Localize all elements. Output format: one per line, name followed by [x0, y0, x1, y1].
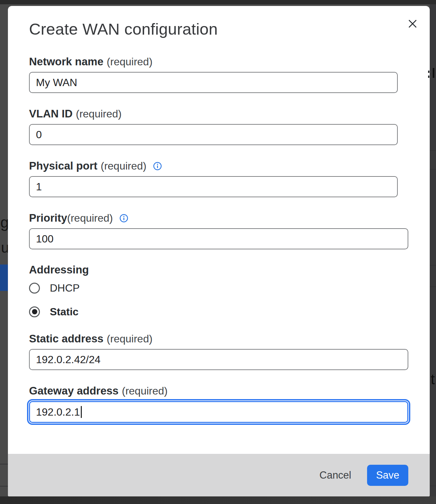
addressing-option-dhcp-label: DHCP — [50, 282, 80, 294]
addressing-option-static[interactable]: Static — [29, 305, 408, 318]
vlan-id-input[interactable] — [29, 124, 398, 145]
background-text-fragment: t — [431, 372, 435, 387]
network-name-input[interactable] — [29, 72, 398, 93]
save-button[interactable]: Save — [367, 465, 408, 486]
physical-port-input[interactable] — [29, 176, 398, 197]
background-button-fragment — [0, 265, 8, 291]
background-row-divider — [430, 486, 436, 486]
priority-field: Priority (required) — [29, 212, 408, 249]
priority-label: Priority — [29, 212, 67, 224]
background-text-fragment — [428, 71, 429, 73]
background-row-divider — [0, 486, 8, 487]
close-button[interactable] — [405, 16, 420, 31]
info-icon[interactable] — [119, 214, 128, 223]
background-row-divider — [430, 265, 436, 266]
required-hint: (required) — [107, 332, 153, 345]
radio-unselected-icon[interactable] — [29, 283, 40, 294]
required-hint: (required) — [101, 160, 146, 172]
required-hint: (required) — [107, 55, 153, 68]
gateway-address-input[interactable]: 192.0.2.1 — [29, 401, 408, 423]
info-icon[interactable] — [153, 162, 162, 171]
static-address-label: Static address — [29, 332, 104, 345]
close-icon — [407, 26, 419, 31]
background-header-strip — [0, 0, 436, 4]
static-address-field: Static address (required) — [29, 332, 408, 370]
vlan-id-field: VLAN ID (required) — [29, 108, 408, 145]
background-row-divider — [430, 169, 436, 170]
gateway-address-value: 192.0.2.1 — [36, 406, 80, 418]
addressing-option-dhcp[interactable]: DHCP — [29, 282, 408, 294]
dimmed-backdrop: { "background": { "fragments": { "text_1… — [0, 0, 436, 504]
background-row-divider — [430, 150, 436, 151]
background-text-fragment — [433, 68, 434, 78]
dialog-title: Create WAN configuration — [29, 19, 408, 39]
priority-input[interactable] — [29, 228, 408, 249]
radio-selected-icon[interactable] — [29, 306, 40, 317]
physical-port-field: Physical port (required) — [29, 160, 408, 197]
create-wan-configuration-dialog: Create WAN configuration Network name (r… — [8, 6, 430, 496]
gateway-address-field: Gateway address (required) 192.0.2.1 — [29, 385, 408, 423]
required-hint: (required) — [122, 385, 168, 397]
background-text-fragment — [428, 76, 429, 78]
vlan-id-label: VLAN ID — [29, 108, 73, 120]
addressing-heading: Addressing — [29, 263, 408, 276]
required-hint: (required) — [76, 108, 122, 120]
physical-port-label: Physical port — [29, 160, 97, 172]
network-name-field: Network name (required) — [29, 55, 408, 93]
addressing-option-static-label: Static — [50, 306, 78, 318]
network-name-label: Network name — [29, 55, 104, 68]
background-row-divider — [430, 286, 436, 287]
text-cursor — [81, 406, 82, 418]
required-hint: (required) — [67, 212, 113, 224]
background-bottom-strip — [0, 496, 436, 504]
cancel-button[interactable]: Cancel — [315, 466, 356, 485]
dialog-footer: Cancel Save — [8, 454, 430, 496]
static-address-input[interactable] — [29, 349, 408, 370]
background-row-divider — [0, 464, 8, 464]
gateway-address-label: Gateway address — [29, 385, 118, 397]
